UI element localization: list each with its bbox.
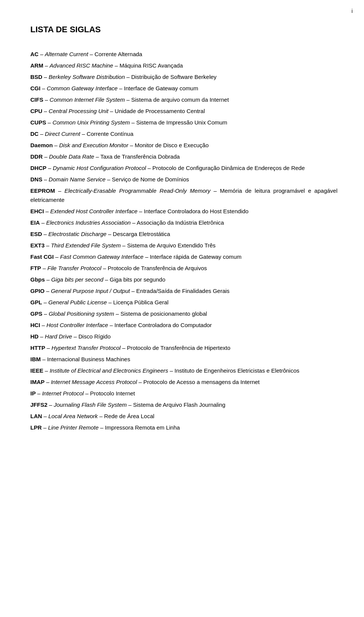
list-item: EHCI – Extended Host Controller Interfac… (30, 207, 337, 216)
full-name: Electrically-Erasable Programmable Read-… (64, 187, 210, 194)
full-name: Extended Host Controller Interface (50, 208, 138, 214)
full-name: Internet Message Access Protocol (51, 379, 137, 385)
glossary-list: AC – Alternate Current – Corrente Altern… (30, 50, 337, 432)
full-name: Internet Protocol (42, 390, 84, 397)
full-name: General Public License (49, 299, 107, 305)
full-name: Central Processing Unit (49, 108, 108, 114)
full-name: Berkeley Software Distribution (49, 74, 125, 80)
list-item: JFFS2 – Journaling Flash File System – S… (30, 400, 337, 409)
list-item: DNS – Domain Name Service – Serviço de N… (30, 175, 337, 184)
acronym: ARM (30, 62, 43, 69)
full-name: Common Gateway Interface (47, 85, 118, 91)
list-item: CUPS – Common Unix Printing System – Sis… (30, 118, 337, 127)
acronym: CIFS (30, 96, 43, 103)
list-item: EEPROM – Electrically-Erasable Programma… (30, 186, 337, 205)
full-name: Third Extended File System (51, 242, 121, 249)
list-item: BSD – Berkeley Software Distribution – D… (30, 72, 337, 82)
acronym: GPL (30, 299, 42, 305)
acronym: IP (30, 390, 36, 397)
list-item: FTP – File Transfer Protocol – Protocolo… (30, 264, 337, 273)
acronym: HCI (30, 322, 40, 328)
full-name: File Transfer Protocol (47, 265, 101, 271)
list-item: CGI – Common Gateway Interface – Interfa… (30, 84, 337, 93)
full-name: Disk and Execution Monitor (59, 142, 129, 148)
acronym: GPIO (30, 288, 45, 294)
full-name: Advanced RISC Machine (50, 62, 113, 69)
acronym: DDR (30, 153, 43, 160)
acronym: HTTP (30, 345, 45, 351)
list-item: ESD – Electrostatic Discharge – Descarga… (30, 230, 337, 239)
full-name: General Purpose Input / Output (51, 288, 130, 294)
acronym: CPU (30, 108, 42, 114)
full-name: Domain Name Service (49, 176, 105, 183)
list-item: DDR – Double Data Rate – Taxa de Transfe… (30, 152, 337, 161)
list-item: HCI – Host Controller Interface – Interf… (30, 321, 337, 330)
list-item: EIA – Electronics Industries Association… (30, 218, 337, 227)
full-name: Direct Current (45, 131, 80, 137)
acronym: EIA (30, 219, 40, 226)
page-title: LISTA DE SIGLAS (30, 23, 337, 36)
acronym: GPS (30, 310, 42, 317)
full-name: Hard Drive (45, 333, 72, 340)
list-item: AC – Alternate Current – Corrente Altern… (30, 50, 337, 59)
full-name: Electronics Industries Association (46, 219, 131, 226)
list-item: DC – Direct Current – Corrente Contínua (30, 129, 337, 139)
acronym: IMAP (30, 379, 45, 385)
acronym: LAN (30, 413, 42, 419)
acronym: Gbps (30, 276, 45, 283)
full-name: Hypertext Transfer Protocol (52, 345, 121, 351)
full-name: Institute of Electrical and Electronics … (50, 367, 168, 374)
list-item: Fast CGI – Fast Common Gateway Interface… (30, 252, 337, 261)
full-name: Line Printer Remote (48, 424, 99, 431)
list-item: DHCP – Dynamic Host Configuration Protoc… (30, 164, 337, 173)
acronym: BSD (30, 74, 42, 80)
list-item: Gbps – Giga bits per second – Giga bits … (30, 275, 337, 284)
list-item: GPIO – General Purpose Input / Output – … (30, 286, 337, 296)
page-number: i (351, 7, 353, 15)
full-name: Host Controller Interface (47, 322, 108, 328)
acronym: IEEE (30, 367, 43, 374)
list-item: LPR – Line Printer Remote – Impressora R… (30, 423, 337, 432)
acronym: AC (30, 51, 39, 57)
list-item: CIFS – Common Internet File System – Sis… (30, 95, 337, 104)
list-item: EXT3 – Third Extended File System – Sist… (30, 241, 337, 250)
acronym: Fast CGI (30, 253, 54, 260)
acronym: DC (30, 131, 39, 137)
acronym: EXT3 (30, 242, 45, 249)
full-name: Global Positioning system (49, 310, 114, 317)
list-item: IEEE – Institute of Electrical and Elect… (30, 366, 337, 375)
list-item: Daemon – Disk and Execution Monitor – Mo… (30, 141, 337, 150)
full-name: Common Internet File System (50, 96, 125, 103)
acronym: ESD (30, 231, 42, 237)
acronym: FTP (30, 265, 41, 271)
acronym: EEPROM (30, 187, 55, 194)
list-item: IBM – Internacional Business Machines (30, 355, 337, 364)
acronym: HD (30, 333, 39, 340)
acronym: LPR (30, 424, 42, 431)
list-item: HTTP – Hypertext Transfer Protocol – Pro… (30, 343, 337, 353)
acronym: IBM (30, 356, 41, 362)
list-item: IP – Internet Protocol – Protocolo Inter… (30, 389, 337, 398)
full-name: Dynamic Host Configuration Protocol (53, 165, 146, 171)
full-name: Giga bits per second (51, 276, 104, 283)
list-item: IMAP – Internet Message Access Protocol … (30, 378, 337, 387)
full-name: Fast Common Gateway Interface (60, 253, 143, 260)
list-item: ARM – Advanced RISC Machine – Máquina RI… (30, 61, 337, 70)
acronym: DHCP (30, 165, 47, 171)
full-name: Alternate Current (45, 51, 88, 57)
full-name: Journaling Flash File System (54, 401, 127, 408)
acronym: Daemon (30, 142, 53, 148)
list-item: GPL – General Public License – Licença P… (30, 298, 337, 307)
full-name: Double Data Rate (49, 153, 94, 160)
acronym: EHCI (30, 208, 44, 214)
acronym: DNS (30, 176, 42, 183)
list-item: GPS – Global Positioning system – Sistem… (30, 309, 337, 318)
full-name: Electrostatic Discharge (49, 231, 107, 237)
acronym: JFFS2 (30, 401, 47, 408)
full-name: Common Unix Printing System (52, 119, 130, 126)
list-item: CPU – Central Processing Unit – Unidade … (30, 107, 337, 116)
list-item: LAN – Local Area Network – Rede de Área … (30, 412, 337, 421)
full-name: Local Area Network (49, 413, 98, 419)
list-item: HD – Hard Drive – Disco Rígido (30, 332, 337, 341)
acronym: CUPS (30, 119, 46, 126)
